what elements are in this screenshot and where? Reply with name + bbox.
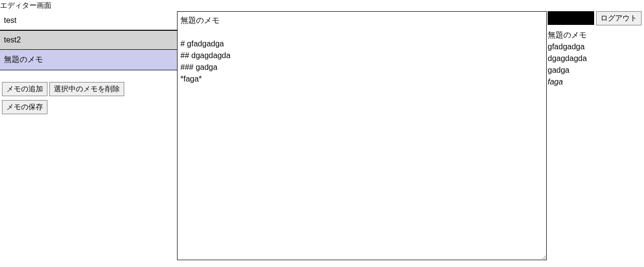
memo-item-untitled[interactable]: 無題のメモ <box>0 50 177 70</box>
memo-item-test[interactable]: test <box>0 11 177 30</box>
preview-h2: dgagdagda <box>548 53 644 64</box>
page-title: エディター画面 <box>0 0 644 11</box>
save-memo-button[interactable]: メモの保存 <box>2 100 47 114</box>
logout-button[interactable]: ログアウト <box>596 11 642 25</box>
memo-editor[interactable] <box>177 11 547 260</box>
user-avatar-block <box>548 11 594 25</box>
sidebar-buttons: メモの追加 選択中のメモを削除 メモの保存 <box>0 82 177 114</box>
add-memo-button[interactable]: メモの追加 <box>2 82 47 96</box>
memo-item-label: test2 <box>4 36 21 44</box>
editor-panel <box>177 11 547 262</box>
sidebar: test test2 無題のメモ メモの追加 選択中のメモを削除 メモの保存 <box>0 11 177 262</box>
memo-item-label: test <box>4 16 17 24</box>
memo-item-label: 無題のメモ <box>4 55 43 63</box>
delete-selected-memo-button[interactable]: 選択中のメモを削除 <box>49 82 124 96</box>
preview-h1: gfadgadga <box>548 41 644 53</box>
preview-panel: 無題のメモ gfadgadga dgagdagda gadga faga <box>548 29 644 88</box>
preview-h3: gadga <box>548 64 644 76</box>
preview-italic: faga <box>548 76 644 88</box>
memo-item-test2[interactable]: test2 <box>0 30 177 50</box>
preview-title: 無題のメモ <box>548 29 644 41</box>
memo-list: test test2 無題のメモ <box>0 11 177 70</box>
right-panel: ログアウト 無題のメモ gfadgadga dgagdagda gadga fa… <box>547 11 644 262</box>
